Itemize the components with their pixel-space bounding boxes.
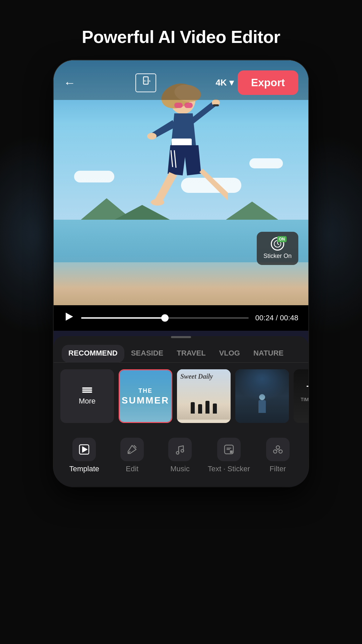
tool-music-icon (168, 438, 192, 461)
progress-thumb[interactable] (161, 314, 169, 322)
cloud-3 (249, 158, 283, 168)
silhouette-1 (191, 402, 195, 414)
tool-edit[interactable]: Edit (112, 438, 152, 473)
tab-recommend[interactable]: RECOMMEND (62, 345, 124, 363)
template-summer[interactable]: ThE SUMMER (119, 369, 172, 423)
bottom-panel: RECOMMEND SEASIDE TRAVEL VLOG NATURE Mor… (54, 336, 308, 487)
tool-music[interactable]: Music (160, 438, 200, 473)
sticker-on-icon: ON (271, 237, 284, 251)
tool-filter-icon (266, 438, 290, 461)
playback-bar: 00:24 / 00:48 (54, 305, 308, 331)
tool-music-label: Music (170, 465, 189, 473)
template-lonely[interactable] (235, 369, 289, 423)
tab-seaside[interactable]: SEASIDE (124, 345, 170, 363)
templates-row: More ThE SUMMER Sweet Daily (54, 369, 308, 423)
progress-track[interactable] (81, 317, 249, 319)
svg-line-25 (279, 450, 280, 450)
ratio-box: 9:16 (135, 73, 156, 92)
tool-filter[interactable]: Filter (258, 438, 298, 473)
svg-point-18 (181, 449, 184, 452)
tab-nature[interactable]: NATURE (247, 345, 290, 363)
svg-text:9:16: 9:16 (144, 79, 151, 83)
lonely-glow (235, 369, 289, 401)
sweet-daily-text: Sweet Daily (180, 373, 227, 380)
svg-point-17 (176, 451, 179, 454)
time-display: 00:24 / 00:48 (255, 314, 298, 322)
tool-template[interactable]: Template (64, 438, 104, 473)
cloud-1 (74, 171, 114, 182)
silhouette-4 (213, 404, 217, 414)
ratio-indicator[interactable]: 9:16 (135, 73, 156, 92)
tool-edit-icon (120, 438, 144, 461)
time-label: TIME (307, 384, 308, 394)
export-button[interactable]: Export (238, 70, 298, 95)
svg-line-24 (276, 450, 277, 450)
silhouette-2 (198, 404, 202, 414)
tool-text-sticker[interactable]: Text · Sticker (208, 438, 250, 473)
top-toolbar: ← 9:16 4K ▾ Export (54, 60, 308, 100)
svg-marker-16 (82, 447, 87, 452)
play-button[interactable] (64, 311, 74, 325)
more-label: More (79, 397, 96, 406)
svg-point-20 (276, 446, 280, 449)
bottom-toolbar: Template Edit (54, 430, 308, 477)
template-birds[interactable]: Sweet Daily (177, 369, 231, 423)
drag-handle[interactable] (171, 336, 191, 338)
tab-vlog[interactable]: VLOG (213, 345, 247, 363)
tool-text-sticker-label: Text · Sticker (208, 465, 250, 473)
time-subtitle: TIME SOMEBODY LOVE (294, 396, 308, 409)
summer-text: ThE SUMMER (122, 386, 169, 406)
category-tabs: RECOMMEND SEASIDE TRAVEL VLOG NATURE (54, 345, 308, 363)
progress-fill (81, 317, 165, 319)
tool-text-sticker-icon (217, 438, 241, 461)
sticker-on-label: Sticker On (263, 253, 292, 260)
tool-template-icon (72, 438, 96, 461)
svg-rect-12 (213, 104, 219, 106)
tool-edit-label: Edit (126, 465, 138, 473)
template-time[interactable]: TIME TIME SOMEBODY LOVE (294, 369, 308, 423)
svg-point-8 (147, 133, 157, 140)
svg-point-10 (151, 199, 164, 206)
svg-marker-14 (66, 313, 73, 321)
editor-screen: ← 9:16 4K ▾ Export (54, 60, 308, 331)
quality-export: 4K ▾ Export (216, 70, 298, 95)
tool-filter-label: Filter (269, 465, 286, 473)
on-badge-text: ON (277, 236, 287, 242)
more-icon (82, 387, 92, 393)
sticker-on-badge[interactable]: ON Sticker On (257, 232, 298, 265)
silhouette-3 (205, 401, 209, 414)
back-button[interactable]: ← (64, 76, 76, 90)
jumping-person (134, 80, 228, 248)
svg-rect-6 (184, 103, 193, 108)
svg-rect-5 (174, 103, 183, 108)
quality-badge[interactable]: 4K ▾ (216, 77, 233, 88)
template-more[interactable]: More (60, 369, 114, 423)
tool-template-label: Template (69, 465, 99, 473)
phone-shell: ← 9:16 4K ▾ Export (54, 60, 308, 487)
tab-travel[interactable]: TRAVEL (170, 345, 212, 363)
page-title: Powerful AI Video Editor (0, 0, 362, 60)
